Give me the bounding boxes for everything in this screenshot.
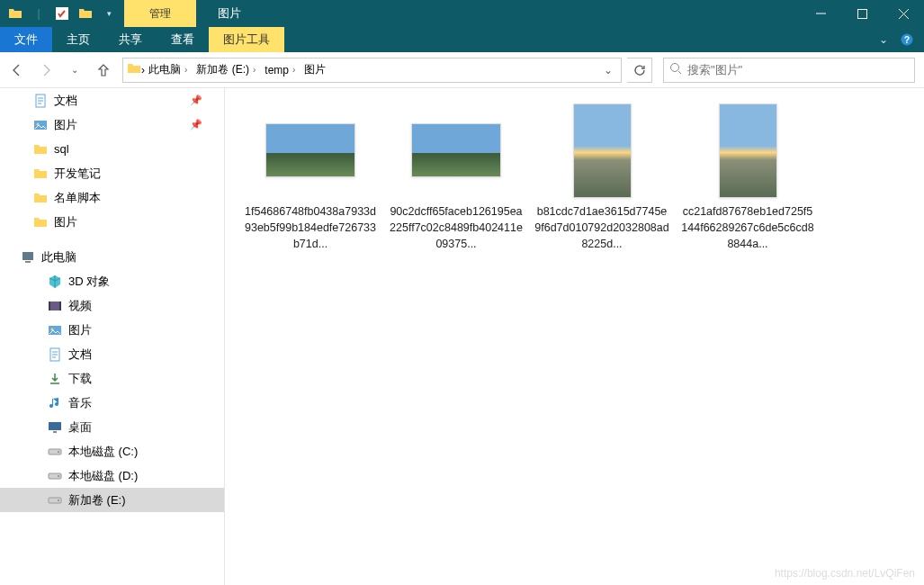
folder-icon[interactable]	[5, 4, 25, 23]
nav-toolbar: ⌄ › 此电脑› 新加卷 (E:)› temp› 图片 ⌄	[0, 52, 924, 88]
sidebar-item-label: 本地磁盘 (D:)	[68, 468, 138, 484]
file-item[interactable]: b81cdc7d1ae3615d7745e9f6d7d010792d203280…	[534, 101, 669, 252]
help-icon[interactable]: ?	[899, 32, 915, 48]
sidebar-item[interactable]: 本地磁盘 (D:)	[0, 464, 224, 488]
address-folder-icon	[127, 61, 141, 78]
ribbon-expand-icon[interactable]: ⌄	[875, 32, 892, 48]
sidebar-item[interactable]: 图片📌	[0, 112, 224, 137]
sidebar-item[interactable]: 文档📌	[0, 88, 224, 112]
sidebar-item[interactable]: 名单脚本	[0, 185, 224, 210]
properties-icon[interactable]	[52, 4, 72, 23]
video-icon	[47, 298, 63, 314]
breadcrumb-item[interactable]: 图片	[301, 58, 329, 82]
file-view[interactable]: 1f54686748fb0438a7933d93eb5f99b184edfe72…	[225, 88, 924, 585]
sidebar-item[interactable]: 本地磁盘 (C:)	[0, 439, 224, 464]
qat-dropdown-icon[interactable]: ▾	[99, 4, 119, 23]
folder-icon	[32, 214, 49, 230]
breadcrumb-item[interactable]: temp›	[261, 58, 301, 82]
svg-rect-16	[49, 422, 61, 430]
sidebar-item-label: 文档	[54, 93, 77, 109]
ribbon-tabs: 文件 主页 共享 查看 图片工具 ⌄ ?	[0, 27, 924, 52]
up-button[interactable]	[90, 57, 117, 84]
svg-rect-12	[59, 302, 61, 310]
file-thumbnail	[698, 101, 797, 200]
search-box[interactable]	[663, 58, 915, 83]
sidebar-item[interactable]: 图片	[0, 318, 224, 342]
divider: |	[29, 4, 49, 23]
window-title: 图片	[196, 5, 263, 22]
tab-picture-tools[interactable]: 图片工具	[209, 27, 284, 52]
file-item[interactable]: 90c2dcff65faceb126195ea225ff7c02c8489fb4…	[389, 101, 524, 252]
desktop-icon	[47, 419, 63, 436]
tab-home[interactable]: 主页	[52, 27, 104, 52]
file-thumbnail	[407, 101, 506, 200]
file-item[interactable]: cc21afd87678eb1ed725f5144f66289267c6de5c…	[680, 101, 815, 252]
sidebar-item[interactable]: 音乐	[0, 391, 224, 415]
sidebar-item[interactable]: 3D 对象	[0, 269, 224, 293]
sidebar-item-pc[interactable]: 此电脑	[0, 245, 224, 269]
sidebar-item[interactable]: 新加卷 (E:)	[0, 488, 224, 512]
music-icon	[47, 395, 63, 411]
breadcrumb-item[interactable]: 新加卷 (E:)›	[193, 58, 261, 82]
address-dropdown-icon[interactable]: ⌄	[599, 64, 617, 76]
tab-file[interactable]: 文件	[0, 27, 52, 52]
pic-icon	[32, 117, 49, 133]
maximize-button[interactable]	[841, 0, 883, 27]
sidebar-item-label: sql	[54, 142, 69, 156]
pc-icon	[20, 249, 36, 266]
sidebar-item-label: 音乐	[68, 395, 92, 411]
svg-rect-17	[53, 431, 57, 433]
refresh-button[interactable]	[627, 58, 652, 83]
3d-icon	[47, 274, 63, 290]
sidebar-item-label: 此电脑	[41, 249, 76, 266]
breadcrumb-item[interactable]: 此电脑›	[145, 58, 193, 82]
tab-view[interactable]: 查看	[157, 27, 209, 52]
sidebar-item-label: 图片	[68, 322, 92, 338]
manage-context-tab[interactable]: 管理	[124, 0, 196, 27]
doc-icon	[47, 346, 63, 363]
navigation-pane[interactable]: 文档📌图片📌sql开发笔记名单脚本图片此电脑3D 对象视频图片文档下载音乐桌面本…	[0, 88, 225, 585]
sidebar-item-label: 图片	[54, 214, 77, 230]
close-button[interactable]	[883, 0, 924, 27]
tab-share[interactable]: 共享	[104, 27, 157, 52]
svg-point-4	[671, 64, 679, 72]
svg-rect-8	[22, 252, 33, 260]
sidebar-item[interactable]: 桌面	[0, 415, 224, 439]
titlebar: | ▾ 管理 图片	[0, 0, 924, 27]
sidebar-item[interactable]: 开发笔记	[0, 161, 224, 185]
sidebar-item[interactable]: sql	[0, 137, 224, 161]
file-item[interactable]: 1f54686748fb0438a7933d93eb5f99b184edfe72…	[243, 101, 378, 252]
quick-access-toolbar: | ▾	[0, 4, 124, 23]
svg-rect-10	[49, 302, 61, 310]
back-button[interactable]	[4, 57, 31, 84]
search-input[interactable]	[687, 63, 909, 76]
sidebar-item-label: 下载	[68, 371, 92, 387]
svg-text:?: ?	[904, 35, 910, 45]
sidebar-item-label: 视频	[68, 298, 92, 314]
file-name: cc21afd87678eb1ed725f5144f66289267c6de5c…	[680, 203, 815, 252]
minimize-button[interactable]	[800, 0, 841, 27]
sidebar-item-label: 本地磁盘 (C:)	[68, 444, 138, 460]
forward-button[interactable]	[32, 57, 59, 84]
new-folder-icon[interactable]	[76, 4, 95, 23]
sidebar-item-label: 开发笔记	[54, 166, 101, 182]
svg-point-21	[58, 475, 59, 477]
file-name: b81cdc7d1ae3615d7745e9f6d7d010792d203280…	[534, 203, 669, 252]
address-bar[interactable]: › 此电脑› 新加卷 (E:)› temp› 图片 ⌄	[122, 58, 622, 83]
recent-dropdown[interactable]: ⌄	[61, 57, 88, 84]
disk-icon	[47, 492, 63, 508]
sidebar-item-label: 名单脚本	[54, 190, 101, 206]
sidebar-item[interactable]: 图片	[0, 210, 224, 234]
disk-icon	[47, 444, 63, 460]
sidebar-item[interactable]: 下载	[0, 366, 224, 391]
sidebar-item-label: 3D 对象	[68, 274, 110, 290]
svg-rect-9	[25, 261, 31, 263]
pin-icon: 📌	[190, 94, 202, 106]
sidebar-item-label: 文档	[68, 346, 92, 363]
svg-rect-1	[857, 9, 866, 18]
sidebar-item-label: 新加卷 (E:)	[68, 492, 126, 508]
sidebar-item[interactable]: 视频	[0, 293, 224, 318]
folder-icon	[32, 166, 49, 182]
file-name: 90c2dcff65faceb126195ea225ff7c02c8489fb4…	[389, 203, 524, 252]
sidebar-item[interactable]: 文档	[0, 342, 224, 366]
